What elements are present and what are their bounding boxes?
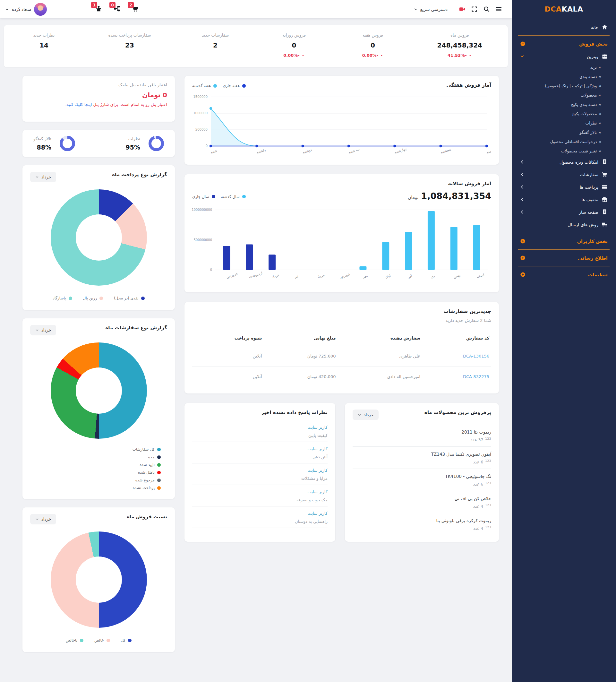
sub-item-prefix: » bbox=[599, 130, 601, 135]
menu-button[interactable] bbox=[493, 3, 505, 16]
gauge-percent: 95% bbox=[126, 144, 140, 151]
sidebar-item-comments[interactable]: »نظرات bbox=[512, 118, 616, 128]
orders-column-header: مبلغ نهایی bbox=[264, 331, 337, 346]
comment-item: کاربر سایتکیفیت پایین bbox=[192, 420, 328, 442]
stat-new-orders: سفارشات جدید2 bbox=[201, 33, 230, 58]
sidebar-item-discounts[interactable]: تخفیف ها bbox=[512, 193, 616, 206]
order-types-month-filter[interactable]: خرداد bbox=[30, 325, 56, 335]
orders-column-header: شیوه پرداخت bbox=[192, 331, 264, 346]
svg-text:مرداد: مرداد bbox=[317, 273, 325, 279]
payment-types-month-filter[interactable]: خرداد bbox=[30, 172, 56, 182]
sidebar-item-brand[interactable]: »برند bbox=[512, 63, 616, 72]
svg-text:آبان: آبان bbox=[385, 273, 392, 279]
side-column: اعتبار باقی مانده پنل پیامک 0 تومان اعتب… bbox=[22, 76, 175, 652]
search-button[interactable] bbox=[480, 3, 493, 16]
plus-circle-icon[interactable] bbox=[520, 272, 525, 277]
sidebar-item-label: تغییر قیمت محصولات bbox=[561, 149, 597, 153]
weekly-legend-item: هفته گذشته bbox=[192, 84, 217, 88]
sidebar-section-label: تنظیمات bbox=[588, 272, 608, 277]
filter-label: خرداد bbox=[41, 328, 51, 333]
stat-label: سفارشات پرداخت نشده bbox=[109, 33, 151, 38]
svg-text:1000000: 1000000 bbox=[193, 111, 208, 115]
svg-text:یکشنبه: یکشنبه bbox=[256, 147, 266, 154]
product-item: ریموت بتا 201112337 عدد bbox=[353, 425, 491, 447]
comment-text: جک خوب و بصرفه bbox=[192, 497, 328, 502]
fullscreen-button[interactable] bbox=[468, 3, 480, 16]
sidebar-section-users-section[interactable]: بخش کاربران bbox=[512, 235, 616, 247]
order-code-link[interactable]: DCA-832275 bbox=[422, 366, 491, 387]
legend-marker bbox=[157, 455, 161, 459]
sidebar-item-package-category[interactable]: »دسته بندی پکیج bbox=[512, 100, 616, 109]
orders-column-header: کد سفارش bbox=[422, 331, 491, 346]
sidebar-item-payments[interactable]: پرداخت ها bbox=[512, 181, 616, 193]
comment-user-link[interactable]: کاربر سایت bbox=[192, 425, 328, 430]
top-products-card: پرفروش ترین محصولات ماه خرداد ریموت بتا … bbox=[345, 403, 499, 542]
orders-column-header: سفارش دهنده bbox=[338, 331, 423, 346]
comment-user-link[interactable]: کاربر سایت bbox=[192, 490, 328, 494]
legend-label: باطل شده bbox=[138, 470, 155, 475]
logo-primary: DCA bbox=[544, 5, 562, 13]
sidebar-item-orders[interactable]: سفارشات bbox=[512, 168, 616, 181]
sidebar-section-sales-section[interactable]: بخش فروش bbox=[512, 38, 616, 50]
legend-label: نقدی (در محل) bbox=[114, 296, 139, 300]
app-logo[interactable]: DCAKALA bbox=[512, 0, 616, 18]
sidebar-item-attributes[interactable]: »ویژگی | ترکیب | رنگ (عمومی) bbox=[512, 81, 616, 91]
filter-label: خرداد bbox=[41, 175, 51, 179]
sms-recharge-link[interactable]: اینجا کلیک کنید. bbox=[65, 102, 92, 107]
sidebar-item-products[interactable]: »محصولات bbox=[512, 91, 616, 100]
sidebar-item-page-builder[interactable]: صفحه ساز bbox=[512, 206, 616, 218]
sidebar-item-package-products[interactable]: »محصولات پکیج bbox=[512, 109, 616, 118]
sidebar-section-settings-section[interactable]: تنظیمات bbox=[512, 268, 616, 281]
sidebar-item-label: محصولات bbox=[581, 93, 597, 97]
stat-value: 14 bbox=[29, 41, 58, 49]
person-badge: 1 bbox=[91, 2, 97, 8]
chevron-left-icon bbox=[520, 172, 524, 177]
svg-text:1500000: 1500000 bbox=[193, 95, 208, 98]
weekly-sales-chart: 050000010000001500000شنبهیکشنبهدوشنبهسه … bbox=[192, 92, 491, 158]
legend-marker bbox=[213, 84, 217, 88]
comment-user-link[interactable]: کاربر سایت bbox=[192, 447, 328, 451]
product-count: 1234 عدد bbox=[353, 526, 491, 531]
quick-access-dropdown[interactable]: دسترسی سریع bbox=[414, 7, 448, 12]
network-button[interactable]: 0 bbox=[113, 5, 121, 14]
svg-text:500000: 500000 bbox=[195, 128, 208, 131]
yearly-legend-item: سال جاری bbox=[192, 195, 215, 199]
chevron-down-icon bbox=[35, 175, 39, 179]
stat-label: فروش روزانه bbox=[280, 33, 309, 38]
plus-circle-icon[interactable] bbox=[520, 255, 525, 260]
gauge-text: نظرات95% bbox=[126, 136, 140, 151]
comment-user-link[interactable]: کاربر سایت bbox=[192, 468, 328, 473]
yearly-total-number: 1,084,831,354 bbox=[421, 191, 491, 201]
user-menu[interactable]: سجاد دُرده bbox=[5, 3, 47, 16]
sidebar-item-showcase[interactable]: ویترین bbox=[512, 50, 616, 63]
top-products-month-filter[interactable]: خرداد bbox=[353, 410, 379, 420]
caret-down-icon bbox=[301, 53, 305, 57]
gauge-label: نظرات bbox=[126, 136, 140, 141]
recent-comments-title: نظرات پاسخ داده نشده اخیر bbox=[192, 410, 328, 415]
sidebar-item-price-change[interactable]: »تغییر قیمت محصولات bbox=[512, 146, 616, 156]
sidebar-item-installment-request[interactable]: »درخواست اقساطی محصول bbox=[512, 137, 616, 146]
stat-value: 2 bbox=[201, 41, 230, 49]
video-button[interactable] bbox=[456, 3, 468, 16]
minus-circle-icon[interactable] bbox=[520, 41, 525, 47]
comment-user-link[interactable]: کاربر سایت bbox=[192, 511, 328, 516]
gauge-percent: 88% bbox=[33, 144, 51, 151]
sales-ratio-month-filter[interactable]: خرداد bbox=[30, 514, 56, 524]
chevron-down-icon bbox=[5, 7, 9, 11]
sidebar-section-notifications-section[interactable]: اطلاع رسانی bbox=[512, 252, 616, 264]
stat-label: نظرات جدید bbox=[29, 33, 58, 38]
comment-text: کیفیت پایین bbox=[192, 433, 328, 438]
orders-legend-item: مرجوع شده bbox=[135, 478, 161, 482]
cart-button[interactable]: 2 bbox=[132, 5, 139, 14]
order-code-link[interactable]: DCA-130156 bbox=[422, 346, 491, 366]
sidebar-item-forum[interactable]: »تالار گفتگو bbox=[512, 128, 616, 137]
legend-marker bbox=[157, 486, 161, 490]
sidebar-item-category[interactable]: »دسته بندی bbox=[512, 72, 616, 81]
sidebar-item-shipping-methods[interactable]: روش های ارسال bbox=[512, 218, 616, 231]
sidebar-item-special-features[interactable]: امکانات ویژه محصول bbox=[512, 156, 616, 168]
plus-circle-icon[interactable] bbox=[520, 238, 525, 244]
sidebar-item-home[interactable]: خانه bbox=[512, 21, 616, 33]
product-count: 12337 عدد bbox=[353, 437, 491, 442]
person-button[interactable]: 1 bbox=[95, 5, 102, 14]
svg-text:تیر: تیر bbox=[293, 274, 299, 279]
